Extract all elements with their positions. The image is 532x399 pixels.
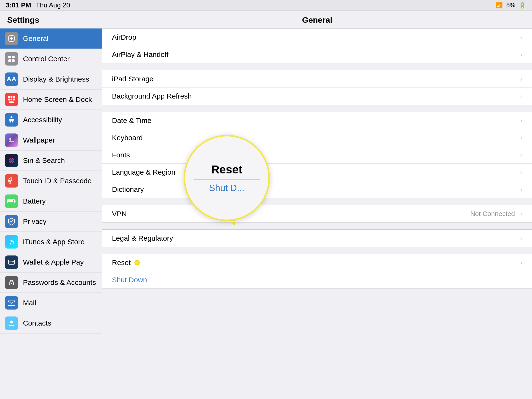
status-date: Thu Aug 20: [36, 1, 70, 9]
magnifier-shutdown-text: Shut D...: [209, 183, 244, 193]
settings-row-keyboard[interactable]: Keyboard ›: [102, 129, 532, 146]
mail-icon: [5, 296, 18, 310]
sidebar-item-wallet[interactable]: Wallet & Apple Pay: [0, 252, 102, 272]
chevron-icon: ›: [520, 259, 522, 266]
contacts-icon: [5, 317, 18, 330]
language-label: Language & Region: [112, 168, 175, 176]
settings-row-airplay[interactable]: AirPlay & Handoff ›: [102, 46, 532, 63]
magnifier-reset-text: Reset: [211, 163, 243, 176]
sidebar-item-label: Contacts: [23, 319, 51, 327]
chevron-icon: ›: [520, 151, 522, 159]
vpn-value: Not Connected: [470, 210, 515, 218]
sidebar-item-label: Passwords & Accounts: [23, 279, 96, 287]
svg-point-21: [11, 180, 12, 181]
svg-rect-7: [12, 56, 15, 58]
sidebar-item-passwords[interactable]: Passwords & Accounts: [0, 272, 102, 293]
sidebar-item-mail[interactable]: Mail: [0, 293, 102, 313]
reset-label: Reset: [112, 259, 131, 267]
shutdown-label: Shut Down: [112, 276, 147, 284]
battery-level: 8%: [506, 1, 515, 9]
sidebar-item-label: Battery: [23, 197, 46, 205]
chevron-icon: ›: [520, 75, 522, 83]
svg-rect-16: [9, 101, 14, 103]
display-icon: AA: [5, 72, 18, 86]
sidebar-item-label: Accessibility: [23, 116, 62, 124]
svg-rect-5: [14, 38, 15, 39]
battery-icon: 🔋: [519, 1, 526, 9]
svg-rect-6: [8, 56, 11, 58]
wifi-icon: 📶: [496, 2, 503, 9]
settings-group-2: iPad Storage › Background App Refresh ›: [102, 70, 532, 105]
settings-group-1: AirDrop › AirPlay & Handoff ›: [102, 28, 532, 63]
sidebar-item-label: Wallet & Apple Pay: [23, 258, 84, 266]
sidebar-item-homescreen[interactable]: Home Screen & Dock: [0, 89, 102, 110]
settings-row-legal[interactable]: Legal & Regulatory ›: [102, 230, 532, 247]
sidebar-item-accessibility[interactable]: Accessibility: [0, 110, 102, 130]
settings-row-language[interactable]: Language & Region ›: [102, 164, 532, 181]
settings-row-date-time[interactable]: Date & Time ›: [102, 112, 532, 129]
sidebar-item-siri[interactable]: Siri & Search: [0, 151, 102, 171]
sidebar-item-label: Control Center: [23, 55, 70, 63]
battery-icon: [5, 195, 18, 208]
chevron-icon: ›: [520, 186, 522, 193]
settings-row-vpn[interactable]: VPN Not Connected ›: [102, 205, 532, 222]
ipad-storage-label: iPad Storage: [112, 75, 153, 83]
settings-group-5: Legal & Regulatory ›: [102, 229, 532, 247]
right-panel-title: General: [102, 11, 532, 28]
settings-row-dictionary[interactable]: Dictionary ›: [102, 181, 532, 198]
sidebar-item-label: iTunes & App Store: [23, 238, 84, 246]
svg-rect-13: [8, 99, 10, 101]
airplay-label: AirPlay & Handoff: [112, 51, 168, 59]
sidebar-item-control-center[interactable]: Control Center: [0, 49, 102, 69]
settings-row-ipad-storage[interactable]: iPad Storage ›: [102, 70, 532, 88]
sidebar-item-wallpaper[interactable]: Wallpaper: [0, 130, 102, 151]
yellow-dot-indicator: [134, 260, 140, 265]
svg-rect-29: [12, 261, 14, 262]
settings-row-background-refresh[interactable]: Background App Refresh ›: [102, 88, 532, 105]
passwords-icon: [5, 276, 18, 289]
settings-group-6: Reset › Shut Down: [102, 254, 532, 289]
chevron-icon: ›: [520, 134, 522, 142]
magnifier-circle: Reset Shut D...: [184, 135, 270, 221]
sidebar-item-battery[interactable]: Battery: [0, 191, 102, 211]
accessibility-icon: [5, 113, 18, 127]
sidebar-item-label: Privacy: [23, 217, 46, 226]
sidebar: Settings General: [0, 11, 102, 399]
settings-row-shutdown[interactable]: Shut Down: [102, 271, 532, 288]
sidebar-item-general[interactable]: General: [0, 28, 102, 49]
svg-rect-24: [8, 200, 13, 202]
svg-rect-25: [10, 243, 11, 244]
chevron-icon: ›: [520, 234, 522, 242]
chevron-icon: ›: [520, 168, 522, 176]
svg-marker-35: [232, 222, 236, 226]
svg-point-33: [10, 321, 13, 323]
wallet-icon: [5, 255, 18, 269]
chevron-icon: ›: [520, 33, 522, 41]
sidebar-item-label: Touch ID & Passcode: [23, 177, 92, 185]
settings-row-airdrop[interactable]: AirDrop ›: [102, 29, 532, 46]
svg-rect-26: [13, 242, 14, 244]
svg-rect-10: [8, 96, 10, 98]
svg-rect-2: [11, 35, 12, 36]
sidebar-item-itunes[interactable]: iTunes & App Store: [0, 232, 102, 252]
svg-point-31: [11, 283, 12, 284]
svg-rect-8: [8, 59, 11, 62]
touchid-icon: [5, 174, 18, 188]
svg-rect-12: [13, 96, 15, 98]
sidebar-item-label: Wallpaper: [23, 136, 55, 144]
control-center-icon: [5, 52, 18, 66]
status-bar: 3:01 PM Thu Aug 20 📶 8% 🔋: [0, 0, 532, 11]
settings-row-reset[interactable]: Reset ›: [102, 254, 532, 271]
svg-rect-23: [15, 200, 16, 202]
siri-icon: [5, 154, 18, 167]
background-refresh-label: Background App Refresh: [112, 92, 192, 100]
sidebar-item-display[interactable]: AA Display & Brightness: [0, 69, 102, 89]
sidebar-item-label: Siri & Search: [23, 156, 65, 165]
sidebar-item-contacts[interactable]: Contacts: [0, 313, 102, 333]
keyboard-label: Keyboard: [112, 134, 143, 142]
svg-rect-32: [8, 300, 15, 305]
sidebar-item-privacy[interactable]: Privacy: [0, 211, 102, 232]
wallpaper-icon: [5, 133, 18, 147]
sidebar-item-touchid[interactable]: Touch ID & Passcode: [0, 171, 102, 191]
settings-row-fonts[interactable]: Fonts ›: [102, 146, 532, 164]
